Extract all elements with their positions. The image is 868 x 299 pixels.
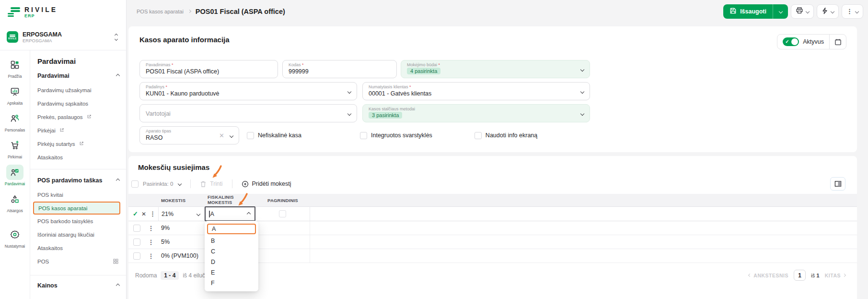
sidebar-item-prekes-paslaugos[interactable]: Prekės, paslaugos [30,110,126,124]
integruotos-svarstykles-checkbox[interactable]: Integruotos svarstyklės [360,132,432,139]
breadcrumb-parent[interactable]: POS kasos aparatai [137,9,184,14]
fiskalinis-combobox[interactable]: A A B C D E F [205,206,255,221]
dropdown-option-f[interactable]: F [205,278,258,288]
pagrindinis-cell [255,221,310,235]
org-switch-icon[interactable] [115,34,117,40]
kebab-icon[interactable]: ⋮ [148,252,154,260]
cancel-icon[interactable]: ✕ [141,211,146,217]
vartotojai-field[interactable]: Vartotojai [139,104,357,122]
kebab-icon[interactable]: ⋮ [148,225,154,232]
rail-label: Atsargos [7,208,23,213]
save-dropdown-button[interactable] [773,4,788,19]
sidebar-item-pos-kasos-aparatai[interactable]: POS kasos aparatai [33,202,120,215]
section-pos-pardavimo-taskas[interactable]: POS pardavimo taškas [37,177,119,184]
kebab-icon[interactable]: ⋮ [148,239,154,246]
sidebar-item-ataskaitos-2[interactable]: Ataskaitos [30,241,126,255]
taxes-card: Mokesčių susiejimas Pasirinkta: 0 Trinti [128,156,857,299]
breadcrumb-chevron-icon [188,10,191,13]
grid-icon [113,259,118,265]
row-checkbox[interactable] [133,239,140,246]
shapes-icon [6,191,23,207]
brand-header: RIVILE ERP [0,0,126,24]
current-page-input[interactable]: 1 [794,270,806,281]
section-kainos[interactable]: Kainos [37,282,119,289]
nefiskaline-kasa-checkbox[interactable]: Nefiskalinė kasa [247,132,301,139]
prev-page-button[interactable]: ANKSTESNIS [749,273,788,278]
kebab-icon[interactable]: ⋮ [150,210,156,217]
dropdown-option-b[interactable]: B [205,236,258,246]
rail-item-pardavimai[interactable]: Pardavimai [1,162,29,189]
numatytasis-klientas-field[interactable]: Numatytasis klientas 00001 - Gatvės klie… [362,82,590,100]
active-toggle[interactable]: ✓ [783,37,799,46]
sidebar-item-pirkeju-sutartys[interactable]: Pirkėjų sutartys [30,137,126,151]
sidebar-item-pardavimu-saskaitos[interactable]: Pardavimų sąskaitos [30,97,126,110]
section-pardavimai[interactable]: Pardavimai [37,72,119,79]
active-label: Aktyvus [803,38,824,45]
save-split-button[interactable]: Išsaugoti [723,4,788,19]
padalinys-field[interactable]: Padalinys KUN01 - Kauno parduotuvė [139,82,357,100]
rail-item-atsargos[interactable]: Atsargos [1,189,29,215]
pagrindinis-checkbox[interactable] [279,210,286,217]
mokejimo-budai-field[interactable]: Mokėjimo būdai 4 pasirinkta [401,60,590,78]
actions-button[interactable] [817,4,839,19]
kodas-field[interactable]: Kodas 999999 [282,60,397,78]
dropdown-option-e[interactable]: E [205,267,258,278]
save-label: Išsaugoti [740,8,766,15]
sidebar-item-pirkejai[interactable]: Pirkėjai [30,124,126,137]
sidebar-item-pos-barkodo-taisykles[interactable]: POS barkodo taisyklės [30,215,126,228]
pagrindinis-cell [255,235,310,249]
rail-label: Pirkimai [8,155,22,159]
gear-icon [6,227,23,242]
field-placeholder: Vartotojai [146,107,351,121]
submenu-title: Pardavimai [30,57,126,65]
prev-label: ANKSTESNIS [753,273,788,278]
checkbox[interactable] [247,132,254,139]
dropdown-option-c[interactable]: C [205,246,258,257]
kasos-stalciaus-field[interactable]: Kasos stalčiaus metodai 3 pasirinkta [362,104,590,122]
next-page-button[interactable]: KITAS [825,273,845,278]
divider [30,275,126,275]
sidebar-item-pos-kvitai[interactable]: POS kvitai [30,188,126,202]
rail-item-personalas[interactable]: Personalas [1,108,29,135]
row-checkbox[interactable] [133,252,140,260]
more-button[interactable]: ⋮ [842,4,863,19]
checkbox[interactable] [360,132,367,139]
column-header-mokestis: MOKESTIS [158,198,205,203]
delete-button[interactable]: Trinti [200,180,222,188]
aparato-tipas-field[interactable]: Aparato tipas RASO ✕ [139,126,239,144]
clear-icon[interactable]: ✕ [219,132,224,139]
print-button[interactable] [791,4,814,19]
sidebar-item-isoriniai-atsargu-likuciai[interactable]: Išoriniai atsargų likučiai [30,228,126,241]
sidebar-item-pos[interactable]: POS [30,255,126,268]
rail-item-nustatymai[interactable]: Nustatymai [1,224,29,251]
rail-item-apskaita[interactable]: Apskaita [1,81,29,108]
column-settings-button[interactable] [830,177,845,191]
row-checkbox[interactable] [133,225,140,232]
topbar: POS kasos aparatai POS01 Fiscal (ASPA of… [127,0,868,23]
dropdown-option-d[interactable]: D [205,257,258,267]
chevron-down-icon[interactable] [178,182,182,186]
rail-item-pirkimai[interactable]: Pirkimai [1,135,29,162]
naudoti-info-ekrana-checkbox[interactable]: Naudoti info ekraną [475,132,537,139]
org-selector[interactable]: RIVILE ERPOSGAMA ERPOSGAMA [5,26,121,48]
mokestis-select[interactable]: 21% [158,206,205,221]
divider [190,179,191,188]
external-link-icon [79,141,84,147]
chevron-up-icon[interactable] [247,212,251,215]
sidebar-item-ataskaitos[interactable]: Ataskaitos [30,151,126,164]
rodoma-label: Rodoma [135,272,157,279]
dropdown-option-a[interactable]: A [207,224,256,234]
item-label: Ataskaitos [37,245,63,251]
confirm-icon[interactable]: ✓ [133,210,138,217]
item-label: Prekės, paslaugos [37,114,83,120]
printer-icon [796,7,803,16]
delete-label: Trinti [210,180,222,187]
select-all-checkbox[interactable] [131,180,139,188]
checkbox[interactable] [475,132,482,139]
calendar-button[interactable] [830,34,846,49]
sidebar-item-pardavimu-uzsakymai[interactable]: Pardavimų užsakymai [30,84,126,97]
table-header-row: MOKESTIS FISKALINIS MOKESTIS PAGRINDINIS [128,194,857,206]
add-tax-button[interactable]: Pridėti mokestį [242,180,291,188]
pavadinimas-field[interactable]: Pavadinimas POS01 Fiscal (ASPA office) [139,60,278,78]
rail-item-pradzia[interactable]: Pradžia [1,54,29,81]
